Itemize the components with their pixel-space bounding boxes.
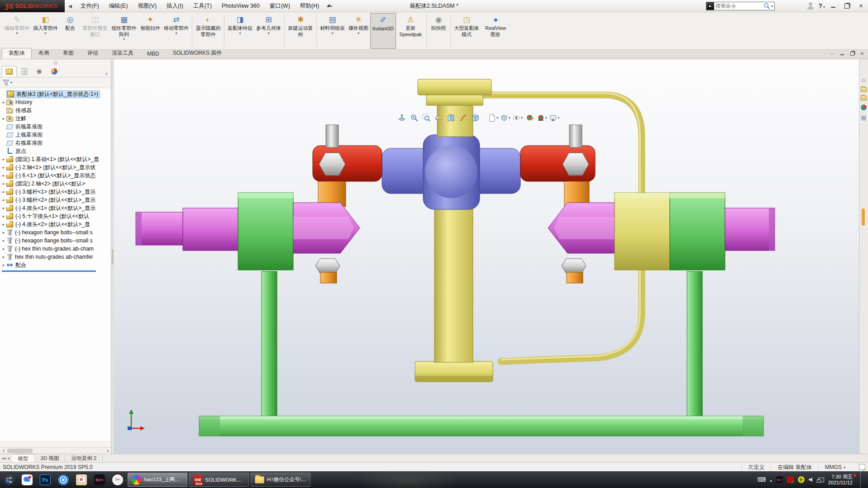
menu-insert[interactable]: 插入(I) <box>162 0 188 12</box>
tree-item-fastener[interactable]: hex thin nuts-grades ab-chamfer <box>1 253 111 261</box>
move-component-button[interactable]: ⇄ 移动零部件▾ <box>162 13 191 49</box>
doc-restore-icon[interactable] <box>849 51 855 56</box>
tree-item-component[interactable]: (固定) 2.轴<2> (默认<<默认> <box>1 180 111 188</box>
taskbar-window-folder[interactable]: H:\微信公众号\1... <box>251 473 310 487</box>
right-pink-shaft[interactable] <box>725 208 775 251</box>
boke-app-icon[interactable]: 8o< <box>91 471 109 488</box>
instant3d-button[interactable]: ✐ Instant3D <box>370 13 396 49</box>
section-view-icon[interactable] <box>434 113 444 123</box>
taskbar-window-hao123[interactable]: hao123_上网从... <box>128 473 187 487</box>
user-account-icon[interactable] <box>806 2 815 10</box>
expand-arrow-icon[interactable] <box>1 198 6 202</box>
mate-button[interactable]: ◎ 配合 <box>60 13 81 49</box>
doc-tab-3dview[interactable]: 3D 视图 <box>35 454 66 462</box>
status-units[interactable]: MMGS <box>818 464 852 470</box>
realview-graphics-button[interactable]: ● RealView 图形 <box>481 13 510 49</box>
right-hex-nut[interactable] <box>562 259 586 283</box>
tree-item-component[interactable]: (-) 2.轴<1> (默认<<默认>_显示状 <box>1 163 111 171</box>
menu-collapse-icon[interactable] <box>65 4 76 9</box>
tray-boke-icon[interactable]: 8o< <box>776 476 783 483</box>
start-button[interactable] <box>0 471 18 488</box>
input-method-icon[interactable] <box>757 476 766 483</box>
tree-root-assembly[interactable]: 装配体2 (默认<默认_显示状态-1>) <box>1 90 111 98</box>
tab-layout[interactable]: 布局 <box>32 48 56 59</box>
expand-arrow-icon[interactable] <box>1 230 6 235</box>
tab-sketch[interactable]: 草图 <box>56 48 81 59</box>
new-motion-study-button[interactable]: ✱ 新建运动算例 <box>286 13 315 49</box>
tree-item-history[interactable]: History <box>1 98 111 106</box>
tab-assembly[interactable]: 装配体 <box>2 48 32 59</box>
close-button[interactable] <box>854 1 868 11</box>
tree-item-front-plane[interactable]: 前视基准面 <box>1 123 111 131</box>
view-orientation-icon[interactable] <box>501 113 510 123</box>
expand-arrow-icon[interactable] <box>1 165 6 170</box>
iso-cube-icon[interactable] <box>470 113 480 123</box>
featuremanager-tab[interactable] <box>2 66 17 77</box>
taskbar-clock[interactable]: 7:30 周五 2021/11/12 <box>828 474 856 486</box>
appearances-icon[interactable] <box>861 104 867 110</box>
search-input[interactable] <box>714 3 763 9</box>
menu-view[interactable]: 视图(V) <box>133 0 162 12</box>
displaymanager-tab[interactable] <box>47 66 62 77</box>
expand-arrow-icon[interactable] <box>1 116 6 121</box>
expand-arrow-icon[interactable] <box>1 263 6 267</box>
tree-item-component[interactable]: (-) 4.接头<2> (默认<<默认>_显 <box>1 220 111 228</box>
tab-evaluate[interactable]: 评估 <box>81 48 105 59</box>
expand-arrow-icon[interactable] <box>1 100 6 104</box>
scroll-left-icon[interactable] <box>0 448 6 454</box>
left-pink-hex-coupler[interactable] <box>293 203 360 253</box>
take-snapshot-button[interactable]: ◉ 拍快照 <box>428 13 449 49</box>
edit-appearance-icon[interactable] <box>525 113 535 123</box>
pane-view-icon[interactable] <box>446 113 456 123</box>
tree-item-right-plane[interactable]: 右视基准面 <box>1 139 111 147</box>
expand-arrow-icon[interactable] <box>1 246 6 251</box>
tree-item-component[interactable]: (-) 3.螺杆<2> (默认<<默认>_显示 <box>1 196 111 204</box>
pin-menu-icon[interactable] <box>326 2 333 9</box>
tree-item-component[interactable]: (-) 6.<1> (默认<<默认>_显示状态 <box>1 171 111 180</box>
capture-app-icon[interactable] <box>54 471 72 488</box>
tab-solidworks-addins[interactable]: SOLIDWORKS 插件 <box>166 48 229 59</box>
expand-arrow-icon[interactable] <box>1 173 6 178</box>
doc-tab-model[interactable]: 模型 <box>12 454 35 462</box>
tree-item-fastener[interactable]: (-) hexagon flange bolts--small s <box>1 228 111 237</box>
tree-item-sensors[interactable]: 传感器 <box>1 106 111 114</box>
doc-tabs-prev-icon[interactable] <box>2 456 6 460</box>
minimize-button[interactable] <box>826 1 839 11</box>
assembly-features-button[interactable]: ◨ 装配体特征▾ <box>226 13 254 49</box>
edit-component-button[interactable]: ✎ 编辑零部件▾ <box>3 13 31 49</box>
expand-arrow-icon[interactable] <box>1 206 6 210</box>
scroll-right-icon[interactable] <box>105 448 111 454</box>
smart-fasteners-button[interactable]: ✦ 智能扣件 <box>138 13 162 49</box>
tray-expand-icon[interactable] <box>770 477 772 483</box>
expand-arrow-icon[interactable] <box>1 157 6 161</box>
center-yellow-column[interactable] <box>434 208 473 362</box>
zoom-area-icon[interactable] <box>409 113 419 123</box>
menu-tools[interactable]: 工具(T) <box>188 0 217 12</box>
insert-component-button[interactable]: ◧ 插入零部件▾ <box>31 13 60 49</box>
tray-antivirus-icon[interactable] <box>798 476 805 483</box>
show-desktop-button[interactable] <box>860 471 863 488</box>
network-icon[interactable] <box>818 478 824 482</box>
doc-close-icon[interactable] <box>859 51 865 56</box>
expand-arrow-icon[interactable] <box>1 181 6 186</box>
reference-geometry-button[interactable]: ⊞ 参考几何体▾ <box>254 13 283 49</box>
tree-item-component[interactable]: (固定) 1.基础<1> (默认<<默认>_显 <box>1 155 111 163</box>
expand-arrow-icon[interactable] <box>1 255 6 259</box>
quick-tips-icon[interactable] <box>859 464 865 470</box>
left-green-block[interactable] <box>238 193 293 270</box>
right-green-leg[interactable] <box>687 271 702 417</box>
tree-item-top-plane[interactable]: 上视基准面 <box>1 131 111 139</box>
right-pink-hex-coupler[interactable] <box>548 203 615 253</box>
menu-file[interactable]: 文件(F) <box>76 0 104 12</box>
tree-item-mates[interactable]: 配合 <box>1 261 111 269</box>
rollback-bar[interactable] <box>2 270 96 272</box>
tree-item-fastener[interactable]: (-) hexagon flange bolts--small s <box>1 237 111 245</box>
filter-funnel-icon[interactable] <box>3 80 10 86</box>
menu-photoview[interactable]: PhotoView 360 <box>217 0 265 12</box>
flyout-expand-icon[interactable] <box>105 70 107 77</box>
doc-tab-scroll-icon[interactable] <box>829 51 835 56</box>
show-hidden-components-button[interactable]: ◐ 显示隐藏的零部件 <box>194 13 223 49</box>
panel-grip-handle[interactable] <box>54 61 57 65</box>
bill-of-materials-button[interactable]: ▤ 材料明细表▾ <box>318 13 347 49</box>
tree-item-annotations[interactable]: 注解 <box>1 114 111 123</box>
